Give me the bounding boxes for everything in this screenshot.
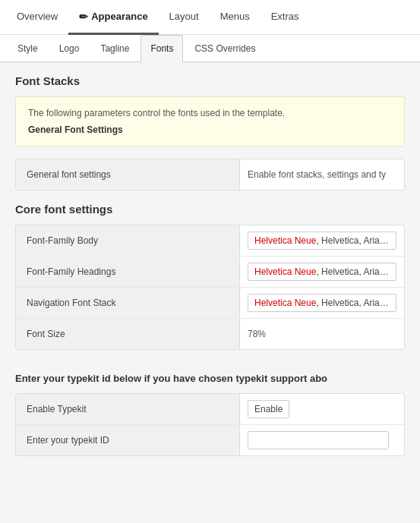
nav-label-layout: Layout	[169, 11, 199, 22]
font-family-body-value: Helvetica Neue, Helvetica, Arial, s	[240, 225, 404, 256]
top-navigation: Overview ✏ Appearance Layout Menus Extra…	[0, 0, 420, 35]
general-font-settings-value: Enable font stacks, settings and ty	[248, 169, 386, 180]
general-font-settings-row-label: General font settings	[16, 159, 240, 190]
enable-typekit-row: Enable Typekit Enable	[16, 394, 404, 425]
tab-tagline-label: Tagline	[100, 43, 129, 54]
font-size-row: Font Size 78%	[16, 319, 404, 349]
nav-item-extras[interactable]: Extras	[261, 0, 310, 35]
font-size-label: Font Size	[16, 319, 240, 349]
tab-css-overrides-label: CSS Overrides	[194, 43, 255, 54]
font-family-body-label: Font-Family Body	[16, 225, 240, 256]
sub-tabs: Style Logo Tagline Fonts CSS Overrides	[0, 35, 420, 62]
nav-item-appearance[interactable]: ✏ Appearance	[68, 0, 158, 35]
nav-item-menus[interactable]: Menus	[210, 0, 261, 35]
info-text: The following parameters control the fon…	[28, 108, 285, 118]
font-family-headings-label: Font-Family Headings	[16, 257, 240, 287]
tab-logo[interactable]: Logo	[49, 35, 90, 62]
nav-label-appearance: Appearance	[91, 11, 147, 22]
enable-typekit-select[interactable]: Enable	[248, 400, 289, 418]
tab-fonts-label: Fonts	[150, 43, 173, 54]
core-font-settings-section: Font-Family Body Helvetica Neue, Helveti…	[15, 225, 405, 350]
font-family-headings-select[interactable]: Helvetica Neue, Helvetica, Arial, s	[248, 263, 396, 281]
enable-typekit-value: Enable	[240, 394, 404, 424]
font-family-body-row: Font-Family Body Helvetica Neue, Helveti…	[16, 225, 404, 257]
font-family-headings-value: Helvetica Neue, Helvetica, Arial, s	[240, 257, 404, 287]
tab-css-overrides[interactable]: CSS Overrides	[185, 35, 265, 62]
nav-label-extras: Extras	[271, 11, 299, 22]
navigation-font-stack-row: Navigation Font Stack Helvetica Neue, He…	[16, 288, 404, 319]
general-font-settings-row-value: Enable font stacks, settings and ty	[240, 159, 404, 190]
typekit-section: Enable Typekit Enable Enter your typekit…	[15, 393, 405, 456]
navigation-font-stack-select[interactable]: Helvetica Neue, Helvetica, Arial, s	[248, 294, 396, 312]
font-stacks-title: Font Stacks	[15, 74, 405, 87]
pencil-icon: ✏	[79, 11, 88, 23]
tab-style[interactable]: Style	[8, 35, 48, 62]
tab-fonts[interactable]: Fonts	[141, 35, 183, 62]
typekit-id-label: Enter your typekit ID	[16, 425, 240, 455]
font-size-text: 78%	[248, 329, 266, 339]
enable-typekit-label: Enable Typekit	[16, 394, 240, 424]
info-box: The following parameters control the fon…	[15, 96, 405, 147]
font-family-body-select[interactable]: Helvetica Neue, Helvetica, Arial, s	[248, 232, 396, 250]
navigation-font-stack-value: Helvetica Neue, Helvetica, Arial, s	[240, 288, 404, 318]
font-family-headings-row: Font-Family Headings Helvetica Neue, Hel…	[16, 257, 404, 288]
tab-tagline[interactable]: Tagline	[90, 35, 139, 62]
typekit-id-value	[240, 425, 404, 455]
general-font-settings-row: General font settings Enable font stacks…	[16, 159, 404, 190]
core-font-settings-title: Core font settings	[15, 203, 405, 216]
typekit-id-row: Enter your typekit ID	[16, 425, 404, 455]
nav-item-layout[interactable]: Layout	[159, 0, 210, 35]
font-size-value: 78%	[240, 319, 404, 349]
tab-style-label: Style	[17, 43, 38, 54]
general-font-settings-label: General Font Settings	[28, 124, 392, 135]
navigation-font-stack-label: Navigation Font Stack	[16, 288, 240, 318]
general-font-settings-section: General font settings Enable font stacks…	[15, 159, 405, 191]
nav-item-overview[interactable]: Overview	[6, 0, 68, 35]
nav-label-menus: Menus	[220, 11, 250, 22]
typekit-description: Enter your typekit id below if you have …	[15, 362, 405, 393]
main-content: Font Stacks The following parameters con…	[0, 62, 420, 480]
nav-label-overview: Overview	[17, 11, 58, 22]
tab-logo-label: Logo	[59, 43, 80, 54]
typekit-id-input[interactable]	[248, 431, 389, 449]
